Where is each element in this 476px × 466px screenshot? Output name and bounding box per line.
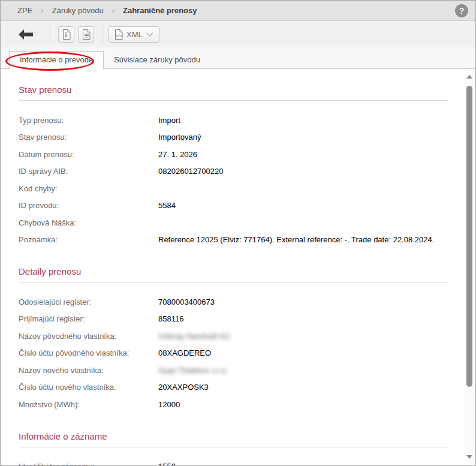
field-label: ID prevodu: [19, 201, 158, 210]
field-row: Typ prenosu:Import [19, 112, 448, 129]
section: Detaily prenosuOdosielajúci register:708… [19, 266, 448, 413]
breadcrumb-separator-icon: › [112, 6, 115, 15]
field-row: Identifikátor záznamu:1550 [19, 458, 448, 466]
field-label: Kód chyby: [19, 184, 158, 193]
field-list: Identifikátor záznamu:1550 [19, 447, 448, 466]
field-label: Číslo účtu nového vlastníka: [19, 383, 158, 392]
field-label: Množstvo (MWh): [19, 400, 158, 409]
field-row: Názov pôvodného vlastníka:Vxbnay Nandxaf… [19, 327, 448, 345]
field-label: ID správy AIB: [19, 167, 158, 176]
question-mark-icon: ? [459, 6, 465, 16]
field-row: ID prevodu:5584 [19, 197, 448, 215]
field-row: Dátum prenosu:27. 1. 2026 [19, 146, 448, 163]
field-value: 20XAXPOSK3 [158, 383, 209, 392]
field-label: Názov pôvodného vlastníka: [19, 332, 158, 341]
field-row: ID správy AIB:082026012700220 [19, 163, 448, 181]
field-row: Číslo účtu pôvodného vlastníka:08XAGDERE… [19, 345, 448, 362]
file-xml-icon: </> [115, 29, 123, 40]
section-title: Detaily prenosu [19, 266, 448, 282]
scroll-down-arrow-icon[interactable] [466, 455, 472, 459]
scrollbar-thumb[interactable] [466, 86, 472, 387]
breadcrumb-item-zahranicne-prenosy: Zahraničné prenosy [123, 6, 197, 15]
field-value: Reference 12025 (Elviz: 771764). Externa… [158, 235, 434, 244]
field-label: Názov nového vlastníka: [19, 366, 158, 375]
field-row: Názov nového vlastníka:Xyqe Tbiakkos s.r… [19, 362, 448, 379]
tab-informacie-o-prevode[interactable]: Informácie o prevode [9, 51, 104, 69]
vertical-scrollbar[interactable] [465, 70, 474, 464]
field-value: 12000 [158, 400, 180, 409]
field-row: Prijímajúci register:858116 [19, 311, 448, 328]
field-value: Importovaný [158, 133, 201, 142]
content: Stav prenosuTyp prenosu:ImportStav preno… [1, 69, 475, 465]
field-label: Dátum prenosu: [19, 150, 158, 159]
xml-button-label: XML [126, 30, 143, 39]
field-row: Kód chyby: [19, 180, 448, 197]
breadcrumb-separator-icon: › [41, 6, 43, 15]
scroll-up-arrow-icon[interactable] [466, 75, 472, 79]
field-value: 1550 [158, 462, 176, 465]
chevron-down-icon [146, 32, 153, 37]
field-label: Číslo účtu pôvodného vlastníka: [19, 348, 158, 357]
tab-strip: Informácie o prevode Súvisiace záruky pô… [1, 47, 475, 69]
back-button[interactable] [19, 29, 33, 40]
xml-dropdown-button[interactable]: </> XML [109, 26, 159, 43]
file-document-icon [82, 29, 91, 40]
field-value: 7080003400673 [158, 297, 215, 306]
section-title: Informácie o zázname [19, 431, 448, 447]
breadcrumb-item-zaruky-povodu[interactable]: Záruky pôvodu [52, 6, 104, 15]
field-row: Množstvo (MWh):12000 [19, 396, 448, 413]
field-row: Poznámka:Reference 12025 (Elviz: 771764)… [19, 232, 448, 249]
help-button[interactable]: ? [455, 4, 468, 17]
field-label: Chybová hláška: [19, 218, 158, 227]
field-row: Chybová hláška: [19, 214, 448, 232]
field-row: Odosielajúci register:7080003400673 [19, 293, 448, 311]
section: Stav prenosuTyp prenosu:ImportStav preno… [19, 85, 448, 248]
breadcrumb-item-zpe[interactable]: ZPE [17, 6, 32, 15]
field-value: 082026012700220 [158, 167, 223, 176]
breadcrumb-bar: ZPE › Záruky pôvodu › Zahraničné prenosy… [1, 1, 475, 21]
field-label: Typ prenosu: [19, 116, 158, 125]
field-label: Stav prenosu: [19, 133, 158, 142]
field-row: Číslo účtu nového vlastníka:20XAXPOSK3 [19, 379, 448, 396]
field-row: Stav prenosu:Importovaný [19, 129, 448, 146]
back-arrow-icon [19, 29, 33, 40]
field-label: Poznámka: [19, 235, 158, 244]
file-excel-icon: x [62, 29, 71, 40]
field-list: Typ prenosu:ImportStav prenosu:Importova… [19, 101, 448, 248]
field-label: Identifikátor záznamu: [19, 462, 158, 465]
app-window: ZPE › Záruky pôvodu › Zahraničné prenosy… [0, 0, 476, 466]
field-label: Odosielajúci register: [19, 297, 158, 306]
toolbar: x </> XML [1, 21, 475, 47]
field-value-redacted: Vxbnay Nandxaft KC [158, 332, 231, 341]
section-title: Stav prenosu [19, 85, 448, 101]
toolbar-divider [50, 24, 50, 44]
field-list: Odosielajúci register:7080003400673Prijí… [19, 282, 448, 413]
field-value: 5584 [158, 201, 176, 210]
field-value-redacted: Xyqe Tbiakkos s.r.o. [158, 366, 228, 375]
field-value: 27. 1. 2026 [158, 150, 197, 159]
field-label: Prijímajúci register: [19, 314, 158, 323]
export-document-button[interactable] [78, 26, 94, 43]
field-value: 858116 [158, 314, 183, 323]
field-value: 08XAGDEREO [158, 348, 211, 357]
toolbar-divider [102, 24, 103, 44]
field-value: Import [158, 116, 180, 125]
export-excel-button[interactable]: x [58, 26, 74, 43]
svg-text:</>: </> [116, 33, 122, 37]
section: Informácie o záznameIdentifikátor záznam… [19, 431, 448, 466]
tab-suvisiace-zaruky-povodu[interactable]: Súvisiace záruky pôvodu [104, 52, 210, 68]
